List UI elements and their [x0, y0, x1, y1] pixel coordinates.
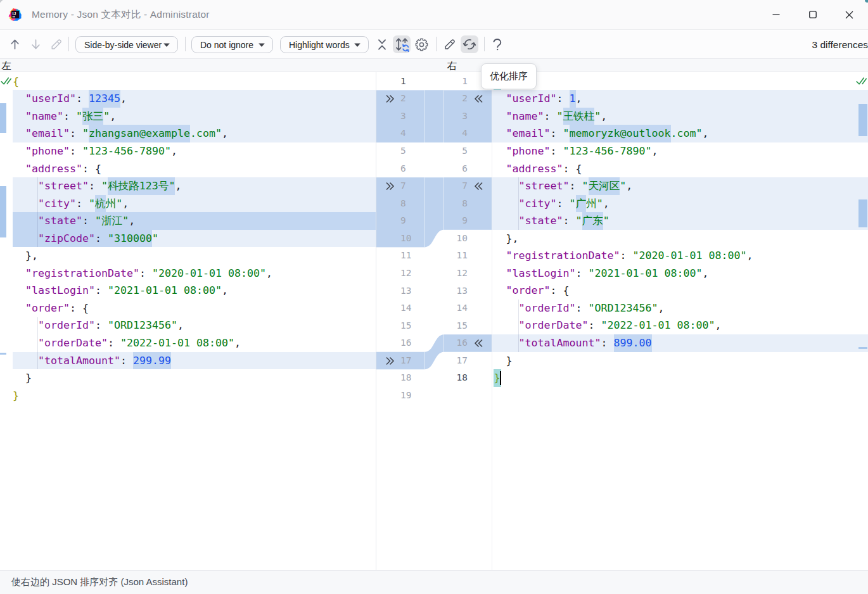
code-line[interactable]: "userId": 12345, [13, 90, 376, 108]
json-token: : [82, 163, 89, 175]
code-line[interactable]: "userId": 1, [492, 90, 868, 108]
json-token: : [95, 230, 101, 248]
code-line[interactable]: "city": "杭州", [13, 195, 376, 213]
code-line[interactable]: "name": "张三", [13, 108, 376, 125]
code-line[interactable]: "phone": "123-456-7890", [13, 142, 376, 160]
change-marker-stripe[interactable] [0, 103, 6, 133]
code-line[interactable]: "state": "广东" [492, 212, 868, 230]
json-token [494, 319, 519, 331]
code-line[interactable]: "order": { [13, 300, 376, 317]
code-line[interactable]: "email": "memoryzk@outlook.com", [492, 125, 868, 142]
code-line[interactable]: }, [13, 247, 376, 265]
chevron-down-icon [163, 42, 170, 47]
code-line[interactable]: "registrationDate": "2020-01-01 08:00", [13, 265, 376, 282]
code-area[interactable]: { "userId": 12345, "name": "张三", "email"… [13, 73, 376, 404]
window-title: Memory - Json 文本对比 - Administrator [32, 8, 210, 22]
apply-change-right-icon[interactable] [386, 357, 395, 365]
code-line[interactable]: { [492, 73, 868, 91]
code-line[interactable]: "state": "浙江", [13, 212, 376, 230]
apply-change-left-icon[interactable] [474, 95, 483, 103]
code-line[interactable]: } [492, 352, 868, 370]
diff-gutter: 1234567891011121314151617181912345678910… [376, 72, 492, 570]
minimize-button[interactable] [762, 0, 791, 29]
code-line[interactable]: "address": { [492, 160, 868, 178]
apply-change-right-icon[interactable] [386, 95, 395, 103]
code-line[interactable]: "orderDate": "2022-01-01 08:00", [492, 317, 868, 334]
change-marker-stripe[interactable] [0, 186, 6, 237]
json-token [494, 302, 519, 314]
json-token [494, 337, 519, 349]
code-line[interactable]: }, [492, 230, 868, 248]
code-line[interactable]: "totalAmount": 299.99 [13, 352, 376, 370]
change-marker-stripe[interactable] [858, 199, 867, 227]
code-line[interactable]: "orderId": "ORD123456", [13, 317, 376, 334]
json-token [494, 250, 506, 262]
pane-headers: 左 右 [0, 59, 868, 72]
apply-change-left-icon[interactable] [474, 339, 483, 347]
chevron-down-icon [258, 42, 265, 47]
code-line[interactable]: "lastLogin": "2021-01-01 08:00", [13, 282, 376, 300]
sync-scroll-toggle[interactable] [393, 35, 411, 53]
close-button[interactable] [834, 0, 864, 29]
code-line[interactable]: "registrationDate": "2020-01-01 08:00", [492, 247, 868, 265]
json-token [70, 110, 76, 122]
optimize-sort-button[interactable] [461, 35, 478, 53]
maximize-button[interactable] [798, 0, 827, 29]
change-marker-stripe[interactable] [858, 104, 867, 136]
json-token [494, 127, 506, 139]
json-token: : [563, 215, 570, 227]
code-line[interactable]: "order": { [492, 282, 868, 300]
code-line[interactable]: "lastLogin": "2021-01-01 08:00", [492, 265, 868, 282]
code-line[interactable]: } [492, 369, 868, 387]
collapse-unchanged-button[interactable] [374, 36, 390, 53]
next-difference-button[interactable] [27, 36, 44, 53]
json-token: }, [506, 232, 519, 244]
json-token: : [108, 337, 114, 349]
json-token [608, 337, 614, 349]
code-line[interactable]: "city": "广州", [492, 195, 868, 213]
json-token: " [95, 215, 101, 227]
code-line[interactable]: } [13, 369, 376, 387]
json-token [627, 250, 633, 262]
json-token: : [557, 198, 563, 210]
json-token [13, 180, 38, 192]
refresh-icon [463, 37, 476, 51]
json-token [563, 92, 570, 104]
code-line[interactable]: "name": "王铁柱", [492, 108, 868, 125]
code-area[interactable]: { "userId": 1, "name": "王铁柱", "email": "… [492, 73, 868, 387]
code-line[interactable]: "zipCode": "310000" [13, 230, 376, 248]
code-line[interactable]: "totalAmount": 899.00 [492, 334, 868, 352]
change-marker-stripe[interactable] [858, 347, 867, 349]
previous-difference-button[interactable] [6, 36, 23, 53]
help-button[interactable] [489, 36, 506, 53]
apply-change-left-icon[interactable] [474, 182, 483, 190]
code-line[interactable]: "orderDate": "2022-01-01 08:00", [13, 334, 376, 352]
code-line[interactable]: } [13, 387, 376, 405]
left-editor[interactable]: { "userId": 12345, "name": "张三", "email"… [0, 72, 376, 570]
code-line[interactable]: "email": "zhangsan@example.com", [13, 125, 376, 142]
code-line[interactable]: "address": { [13, 160, 376, 178]
change-marker-stripe[interactable] [0, 353, 6, 355]
code-line[interactable]: "orderId": "ORD123456", [492, 300, 868, 317]
json-token: : [82, 215, 89, 227]
json-token: : [557, 92, 563, 104]
ignore-policy-dropdown[interactable]: Do not ignore [191, 36, 273, 53]
code-line[interactable]: "street": "天河区", [492, 177, 868, 195]
code-line[interactable]: { [13, 73, 376, 91]
json-token: "lastLogin" [506, 267, 576, 279]
right-editor[interactable]: { "userId": 1, "name": "王铁柱", "email": "… [492, 72, 868, 570]
edit-json-button[interactable] [442, 36, 458, 53]
highlight-policy-dropdown[interactable]: Highlight words [280, 36, 369, 53]
code-line[interactable]: "phone": "123-456-7890", [492, 142, 868, 160]
edit-file-button-disabled[interactable] [48, 36, 65, 53]
right-line-number: 15 [433, 317, 468, 335]
code-line[interactable]: "street": "科技路123号", [13, 177, 376, 195]
viewer-mode-dropdown[interactable]: Side-by-side viewer [75, 36, 178, 53]
json-token: "totalAmount" [38, 355, 120, 367]
json-token [13, 284, 25, 296]
json-token [127, 355, 133, 367]
json-token: "orderDate" [38, 337, 108, 349]
apply-change-right-icon[interactable] [386, 182, 395, 190]
json-token: , [122, 198, 129, 210]
settings-button[interactable] [413, 36, 430, 53]
